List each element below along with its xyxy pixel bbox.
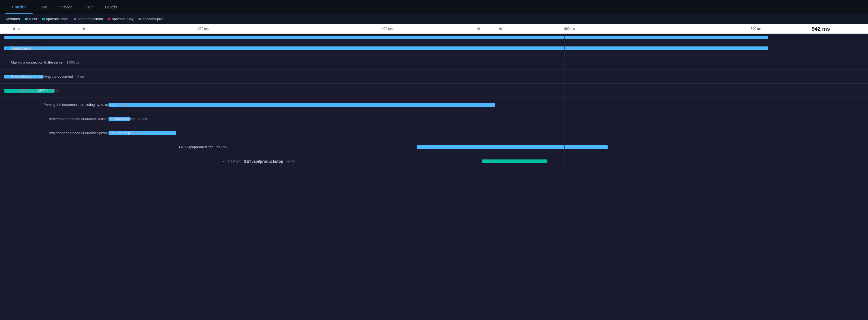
timeline-ruler: 0 ms 200 ms 400 ms 600 ms 800 ms 942 ms	[0, 24, 868, 34]
row-parsing[interactable]: Parsing the document, executing sync. sc…	[0, 98, 868, 112]
js-url: http://opbeans-node:3000/static/js/main.…	[49, 131, 130, 135]
requesting-doc-time: 49 ms	[76, 75, 85, 79]
service-opbeans-java: opbeans-java	[138, 17, 164, 21]
http-get-api-time: 59 ms	[286, 159, 295, 163]
services-label: Services	[5, 17, 20, 21]
opbeans-node-dot	[42, 18, 45, 20]
nav-tabs: Timeline Host Service User Labels	[0, 0, 868, 14]
service-client: client	[25, 17, 37, 21]
row-css[interactable]: http://opbeans-node:3000/static/css/main…	[0, 112, 868, 126]
client-dot	[25, 18, 28, 20]
requesting-doc-label: Requesting and receiving the document 49…	[11, 75, 85, 79]
parsing-bar	[108, 103, 495, 107]
row-making-connection: Making a connection to the server 1,000 …	[0, 55, 868, 69]
row-api-products[interactable]: GET /api/products/top 233 ms	[0, 140, 868, 154]
tab-host[interactable]: Host	[33, 1, 53, 13]
ruler-tick-600ms: 600 ms	[564, 27, 575, 31]
tab-labels[interactable]: Labels	[99, 1, 123, 13]
making-connection-label: Making a connection to the server 1,000 …	[11, 60, 79, 64]
row-http-get[interactable]: ↗ HTTP 2xx GET * 45 ms	[0, 84, 868, 98]
row-dashboard[interactable]: 🌐 dashboard 942 ms	[0, 41, 868, 55]
ruler-marker-2	[477, 27, 480, 30]
ruler-tick-400ms: 400 ms	[382, 27, 393, 31]
js-label: http://opbeans-node:3000/static/js/main.…	[49, 131, 142, 135]
css-url: http://opbeans-node:3000/static/css/main…	[49, 117, 135, 121]
service-opbeans-node: opbeans-node	[42, 17, 69, 21]
dashboard-bar	[4, 47, 768, 50]
opbeans-python-dot	[73, 18, 76, 20]
api-products-label: GET /api/products/top 233 ms	[179, 145, 227, 149]
parsing-text: Parsing the document, executing sync. sc…	[43, 103, 115, 107]
requesting-doc-text: Requesting and receiving the document	[11, 75, 73, 79]
gridline-400ms	[382, 34, 382, 168]
gridline-800ms	[751, 34, 751, 168]
opbeans-java-dot	[138, 18, 141, 20]
ruler-tick-800ms: 800 ms	[751, 27, 761, 31]
top-bar	[4, 36, 768, 39]
parsing-time: 403 ms	[118, 103, 128, 107]
ruler-marker-3	[499, 27, 502, 30]
tab-service[interactable]: Service	[53, 1, 79, 13]
ruler-tick-942ms: 942 ms	[811, 26, 830, 32]
css-label: http://opbeans-node:3000/static/css/main…	[49, 117, 147, 121]
dashboard-name: dashboard	[11, 46, 31, 51]
http-get-api-label: ↗ HTTP 2xx GET /api/products/top 59 ms	[223, 159, 295, 164]
opbeans-ruby-dot	[108, 18, 111, 20]
making-connection-text: Making a connection to the server	[11, 60, 64, 64]
dashboard-label: 🌐 dashboard 942 ms	[5, 46, 44, 51]
http-get-time: 45 ms	[50, 89, 59, 93]
services-legend: Services client opbeans-node opbeans-pyt…	[0, 14, 868, 24]
timeline-container: 🌐 dashboard 942 ms Making a connection t…	[0, 34, 868, 168]
http-get-api-http: HTTP 2xx	[226, 159, 241, 163]
dashboard-time: 942 ms	[34, 47, 44, 50]
tab-timeline[interactable]: Timeline	[5, 1, 33, 13]
globe-icon: 🌐	[5, 46, 10, 50]
service-opbeans-python: opbeans-python	[73, 17, 103, 21]
http-get-label: ↗ HTTP 2xx GET * 45 ms	[16, 89, 59, 93]
row-js[interactable]: http://opbeans-node:3000/static/js/main.…	[0, 126, 868, 140]
row-http-get-api[interactable]: ↗ HTTP 2xx GET /api/products/top 59 ms	[0, 154, 868, 168]
http-get-api-method: GET /api/products/top	[244, 159, 283, 164]
row-requesting-doc[interactable]: Requesting and receiving the document 49…	[0, 69, 868, 84]
css-time: 23 ms	[138, 117, 147, 121]
api-products-text: GET /api/products/top	[179, 145, 213, 149]
ruler-tick-200ms: 200 ms	[198, 27, 209, 31]
making-connection-time: 1,000 μs	[66, 61, 79, 64]
tab-user[interactable]: User	[79, 1, 99, 13]
span-arrow-icon: ↗	[16, 89, 19, 92]
http-get-method: GET *	[37, 89, 48, 93]
api-products-bar	[416, 145, 608, 149]
js-time: 78 ms	[133, 131, 142, 135]
parsing-label: Parsing the document, executing sync. sc…	[43, 103, 129, 107]
http-get-text: HTTP 2xx	[20, 89, 34, 93]
ruler-marker-1	[83, 27, 85, 30]
service-opbeans-ruby: opbeans-ruby	[108, 17, 133, 21]
api-products-time: 233 ms	[216, 145, 227, 149]
ruler-tick-0ms: 0 ms	[13, 27, 20, 31]
span-arrow-icon-api: ↗	[223, 160, 225, 163]
row-top-bar	[0, 34, 868, 41]
http-get-api-bar	[482, 159, 547, 163]
